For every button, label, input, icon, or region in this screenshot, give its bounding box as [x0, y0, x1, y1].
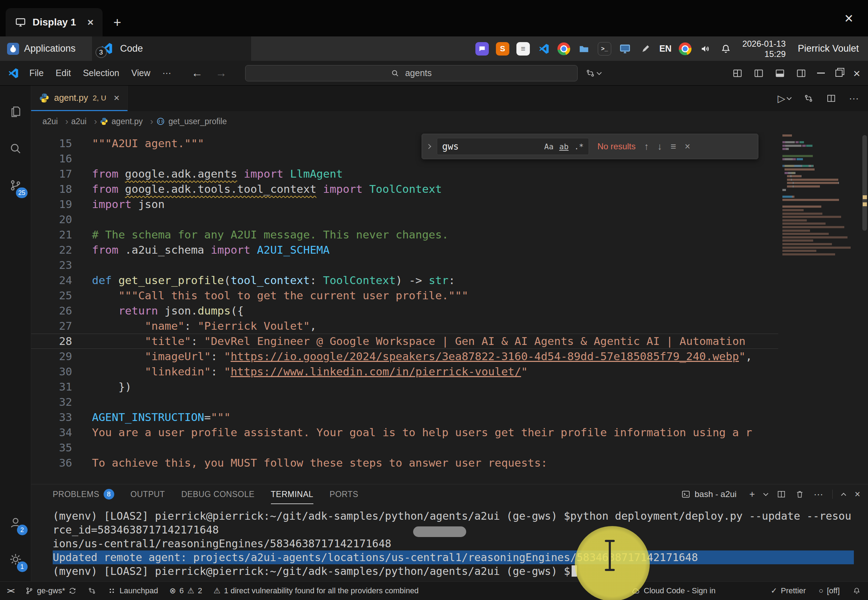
navigate-forward-icon[interactable]: →	[215, 67, 227, 80]
code-line[interactable]: 33AGENT_INSTRUCTION="""	[31, 410, 778, 425]
editor-scrollbar[interactable]	[861, 132, 868, 484]
toggle-sidebar-icon[interactable]	[753, 68, 764, 79]
display-tab[interactable]: Display 1 ×	[6, 8, 103, 36]
code-line[interactable]: 29 "imageUrl": "https://io.google/2024/s…	[31, 349, 778, 364]
tab-agent-py[interactable]: agent.py 2, U ×	[31, 86, 128, 111]
folder-icon[interactable]	[577, 42, 591, 56]
split-terminal-icon[interactable]	[777, 489, 786, 499]
find-previous-icon[interactable]: ↑	[644, 141, 649, 152]
chrome-icon[interactable]	[558, 42, 570, 55]
customize-layout-icon[interactable]	[732, 68, 743, 79]
restore-window-icon[interactable]	[835, 70, 842, 77]
breadcrumb-item-a2ui[interactable]: a2ui	[42, 116, 68, 127]
command-center-search[interactable]: agents	[245, 65, 578, 81]
breadcrumb-item-a2ui-2[interactable]: a2ui	[71, 116, 97, 127]
screencast-status[interactable]: ○ [off]	[818, 586, 840, 595]
minimize-window-icon[interactable]	[817, 73, 825, 74]
maximize-panel-icon[interactable]	[841, 493, 846, 498]
terminal-line[interactable]: (myenv) [LOAS2] pierrick@pierrick:~/git/…	[53, 564, 868, 578]
code-line[interactable]: 26 return json.dumps({	[31, 303, 778, 318]
remote-display-tray-icon[interactable]	[618, 42, 632, 56]
close-window-icon[interactable]: ×	[853, 67, 860, 79]
navigate-back-icon[interactable]: ←	[191, 67, 203, 80]
more-actions-icon[interactable]: ···	[849, 93, 859, 104]
code-line[interactable]: 17from google.adk.agents import LlmAgent	[31, 166, 778, 182]
terminal-session-chip[interactable]: bash - a2ui	[681, 489, 737, 499]
git-branch-status[interactable]: ge-gws*	[25, 586, 76, 595]
tab-terminal[interactable]: TERMINAL	[271, 484, 313, 504]
open-changes-icon[interactable]	[804, 93, 814, 103]
code-line[interactable]: 28 "title": "DevRel Engineer @ Google Wo…	[31, 333, 778, 349]
run-python-file-button[interactable]: ▷	[777, 93, 791, 105]
user-menu[interactable]: Pierrick Voulet	[798, 43, 859, 54]
code-line[interactable]: 18from google.adk.tools.tool_context imp…	[31, 182, 778, 197]
applications-menu[interactable]: Applications	[0, 36, 83, 61]
notifications-status[interactable]	[853, 586, 861, 595]
sidebar-item-search[interactable]	[0, 130, 31, 167]
split-editor-icon[interactable]	[826, 93, 836, 103]
cloud-code-signin[interactable]: Cloud Code - Sign in	[631, 586, 715, 595]
tab-ports[interactable]: PORTS	[330, 484, 358, 504]
match-case-toggle[interactable]: Aa	[544, 142, 554, 151]
code-line[interactable]: 19import json	[31, 197, 778, 212]
problems-status[interactable]: ⊗ 6 ⚠ 2	[169, 586, 202, 595]
notifications-icon[interactable]	[719, 42, 732, 56]
menu-edit[interactable]: Edit	[50, 68, 77, 78]
code-line[interactable]: 31 })	[31, 379, 778, 394]
terminal-tray-icon[interactable]: >_	[598, 42, 611, 56]
tab-problems[interactable]: PROBLEMS 8	[53, 484, 114, 504]
prettier-status[interactable]: ✓ Prettier	[771, 586, 806, 595]
whole-word-toggle[interactable]: ab	[559, 142, 569, 151]
toggle-panel-icon[interactable]	[774, 68, 785, 79]
code-line[interactable]: 27 "name": "Pierrick Voulet",	[31, 318, 778, 333]
taskbar-window-button[interactable]: 3 Code	[92, 36, 251, 61]
code-line[interactable]: 22from .a2ui_schema import A2UI_SCHEMA	[31, 242, 778, 258]
find-close-icon[interactable]: ×	[685, 141, 690, 152]
viewer-close-button[interactable]: ×	[844, 11, 853, 26]
scrollbar-slider[interactable]	[862, 135, 867, 231]
find-input[interactable]: gws Aa ab .*	[437, 138, 589, 155]
terminal-line[interactable]: (myenv) [LOAS2] pier​rick@pierrick:~/git…	[53, 509, 868, 523]
code-line[interactable]: 35	[31, 440, 778, 455]
regex-toggle[interactable]: .*	[575, 142, 584, 151]
toggle-secondary-sidebar-icon[interactable]	[796, 68, 806, 79]
terminal-line[interactable]: Updated remote agent: projects/a2ui-agen…	[53, 550, 854, 564]
code-line[interactable]: 32	[31, 394, 778, 410]
menu-file[interactable]: File	[23, 68, 50, 78]
open-changes-button[interactable]	[585, 68, 601, 78]
find-in-selection-icon[interactable]: ≡	[671, 141, 676, 152]
chat-app-icon[interactable]	[475, 42, 489, 56]
kill-terminal-icon[interactable]	[795, 489, 804, 499]
sidebar-item-accounts[interactable]: 2	[0, 504, 31, 541]
display-tab-close-icon[interactable]: ×	[88, 16, 94, 28]
breadcrumb-item-symbol[interactable]: get_user_profile	[156, 117, 227, 126]
tab-close-icon[interactable]: ×	[113, 92, 119, 104]
menu-selection[interactable]: Selection	[77, 68, 125, 78]
toggle-replace-icon[interactable]	[422, 134, 436, 159]
minimap[interactable]	[782, 135, 860, 256]
pen-icon[interactable]	[639, 42, 652, 56]
menu-view[interactable]: View	[125, 68, 156, 78]
terminal-content[interactable]: (myenv) [LOAS2] pier​rick@pierrick:~/git…	[31, 504, 868, 578]
sidebar-item-explorer[interactable]	[0, 93, 31, 130]
code-line[interactable]: 34You are a user profile assistant. Your…	[31, 425, 778, 440]
launchpad-status[interactable]: Launchpad	[107, 586, 158, 595]
menu-overflow[interactable]: ···	[156, 68, 177, 78]
panel-more-actions-icon[interactable]: ···	[814, 489, 823, 500]
find-next-icon[interactable]: ↓	[658, 141, 662, 152]
new-display-button[interactable]: +	[113, 8, 121, 36]
code-line[interactable]: 20	[31, 212, 778, 227]
tab-debug-console[interactable]: DEBUG CONSOLE	[181, 484, 254, 504]
new-terminal-icon[interactable]: +	[749, 489, 755, 500]
code-line[interactable]: 30 "linkedin": "https://www.linkedin.com…	[31, 364, 778, 379]
volume-icon[interactable]	[699, 42, 712, 56]
code-line[interactable]: 36To achieve this, you MUST follow these…	[31, 455, 778, 471]
flame-app-icon[interactable]: S	[496, 42, 510, 56]
clock[interactable]: 2026-01-13 15:29	[742, 39, 786, 59]
keyboard-layout-indicator[interactable]: EN	[659, 44, 672, 54]
code-line[interactable]: 23	[31, 258, 778, 273]
tab-output[interactable]: OUTPUT	[130, 484, 165, 504]
vscode-tray-icon[interactable]	[537, 42, 550, 56]
breadcrumb-item-agent-py[interactable]: agent.py	[100, 116, 153, 127]
code-line[interactable]: 24def get_user_profile(tool_context: Too…	[31, 273, 778, 288]
